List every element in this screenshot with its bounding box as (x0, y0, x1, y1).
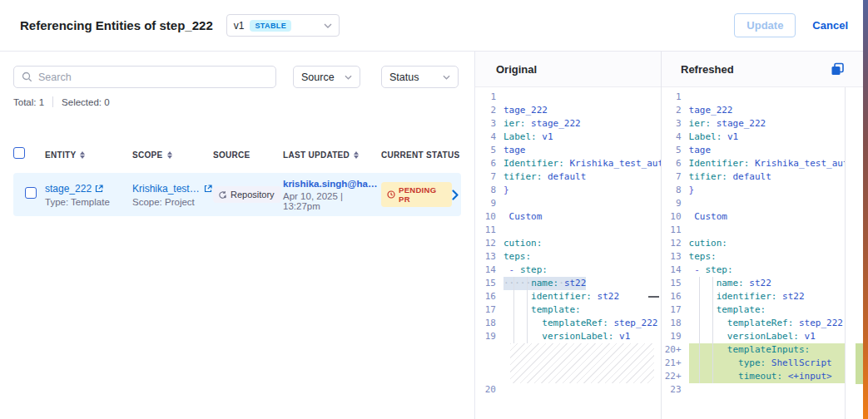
code-text (689, 91, 845, 104)
diff-placeholder-hatch (510, 343, 654, 383)
line-number: 4 (661, 131, 689, 144)
page-title: Referencing Entities of step_222 (20, 18, 213, 32)
sort-icon[interactable] (167, 151, 172, 159)
line-number: 16 (661, 290, 689, 303)
code-line: 2tage_222 (475, 104, 661, 117)
code-line: 4Label: v1 (475, 131, 661, 144)
line-number: 22+ (661, 370, 689, 383)
clock-icon (387, 190, 395, 199)
code-line: 15·····name:·st22 (475, 277, 661, 290)
external-link-icon[interactable] (204, 185, 212, 193)
entities-panel: Source Status Total: 1 Selected: 0 ENTIT… (0, 52, 474, 419)
line-number: 14 (661, 264, 689, 277)
code-text: ier: stage_222 (689, 117, 845, 131)
line-number: 1 (661, 91, 689, 104)
code-text: Identifier: Krishika_test_aut (503, 157, 661, 170)
sort-icon[interactable] (354, 151, 359, 159)
divider (52, 96, 53, 107)
code-line: 10 Custom (475, 210, 661, 224)
code-line: 21+ type: ShellScript (661, 357, 845, 370)
diff-editor[interactable]: 12tage_2223ier: stage_2224Label: v15tage… (475, 87, 863, 419)
code-text: ier: stage_222 (503, 117, 661, 131)
chevron-right-icon[interactable] (452, 190, 459, 200)
source-badge: Repository (213, 186, 281, 203)
header-actions: Update Cancel (734, 13, 848, 37)
updated-at: Apr 10, 2025 | 13:27pm (283, 191, 381, 211)
line-number: 18 (661, 317, 689, 330)
search-box[interactable] (13, 66, 276, 88)
table-row[interactable]: stage_222 Type: Template Krishika_test_a… (13, 173, 461, 216)
external-link-icon[interactable] (95, 185, 103, 193)
code-line: 9 (661, 197, 845, 210)
refreshed-code-pane[interactable]: 12tage_2223ier: stage_2224Label: v15tage… (661, 87, 863, 419)
version-dropdown[interactable]: v1 STABLE (226, 14, 340, 37)
code-text (503, 197, 661, 210)
code-line: 5tage (661, 144, 845, 157)
table-header: ENTITY SCOPE SOURCE LAST UPDATED CURRENT… (13, 145, 461, 165)
select-all-checkbox[interactable] (13, 147, 25, 159)
code-text: teps: (689, 250, 845, 264)
code-line: 15 name: st22 (661, 277, 845, 290)
column-source: SOURCE (213, 150, 283, 160)
original-pane-title: Original (496, 63, 537, 76)
line-number: 9 (661, 197, 689, 210)
line-number: 15 (661, 277, 689, 290)
indent-guide (712, 277, 713, 383)
code-text: tage (503, 144, 661, 157)
code-text: tifier: default (503, 170, 661, 184)
sort-icon[interactable] (80, 151, 85, 159)
line-number: 20 (475, 383, 503, 397)
diff-panel: Original Refreshed 12tage_2223ier: stage… (474, 52, 863, 419)
edge-gradient-strip (863, 0, 868, 419)
line-number: 6 (661, 157, 689, 170)
line-number: 15 (475, 277, 503, 290)
column-entity: ENTITY (45, 150, 132, 160)
code-line: 3ier: stage_222 (475, 117, 661, 131)
refreshed-pane-title: Refreshed (681, 63, 734, 76)
line-number: 9 (475, 197, 503, 210)
code-line: 20 (475, 383, 661, 397)
line-number: 5 (475, 144, 503, 157)
column-last-updated: LAST UPDATED (283, 150, 381, 160)
code-line: 5tage (475, 144, 661, 157)
code-line: 14 - step: (475, 264, 661, 277)
scope-sub: Scope: Project (132, 197, 213, 207)
indent-guide (699, 277, 700, 383)
row-checkbox[interactable] (25, 187, 37, 199)
cancel-button[interactable]: Cancel (812, 19, 848, 32)
code-text: - step: (689, 264, 845, 277)
diff-pane-headers: Original Refreshed (475, 52, 863, 87)
status-filter-dropdown[interactable]: Status (381, 66, 459, 88)
line-number: 8 (475, 184, 503, 197)
source-filter-dropdown[interactable]: Source (293, 66, 360, 88)
totals-row: Total: 1 Selected: 0 (13, 96, 110, 107)
total-count: Total: 1 (13, 97, 44, 107)
status-badge: PENDING PR (381, 182, 452, 207)
search-input[interactable] (38, 71, 268, 83)
line-number: 2 (661, 104, 689, 117)
entity-link[interactable]: stage_222 (45, 183, 92, 195)
code-line: 13teps: (475, 250, 661, 264)
scope-link[interactable]: Krishika_test_au... (132, 183, 201, 195)
repository-icon (218, 190, 227, 200)
line-number: 17 (661, 303, 689, 317)
line-number: 10 (475, 210, 503, 224)
copy-icon[interactable] (831, 62, 845, 76)
line-number: 3 (475, 117, 503, 131)
line-number: 19 (661, 330, 689, 343)
line-number: 23 (661, 383, 689, 397)
indent-guide (513, 277, 514, 343)
code-line: 6Identifier: Krishika_test_aut (475, 157, 661, 170)
entity-type: Type: Template (45, 197, 132, 207)
code-line: 18 templateRef: step_222 (661, 317, 845, 330)
code-text: Label: v1 (503, 131, 661, 144)
code-line: 16 identifier: st22 (475, 290, 661, 303)
code-text: teps: (503, 250, 661, 264)
line-number: 12 (661, 237, 689, 250)
code-text: } (689, 184, 845, 197)
original-code-pane[interactable]: 12tage_2223ier: stage_2224Label: v15tage… (475, 87, 661, 419)
code-text: Identifier: Krishika_test_aut (689, 157, 845, 170)
update-button[interactable]: Update (734, 13, 796, 37)
line-number: 21+ (661, 357, 689, 370)
chevron-down-icon (345, 75, 352, 80)
